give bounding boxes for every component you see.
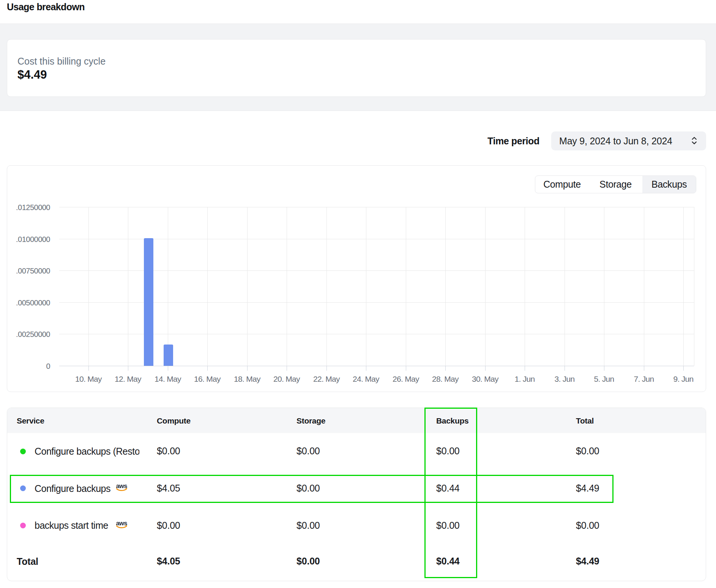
svg-text:aws: aws xyxy=(116,520,128,526)
